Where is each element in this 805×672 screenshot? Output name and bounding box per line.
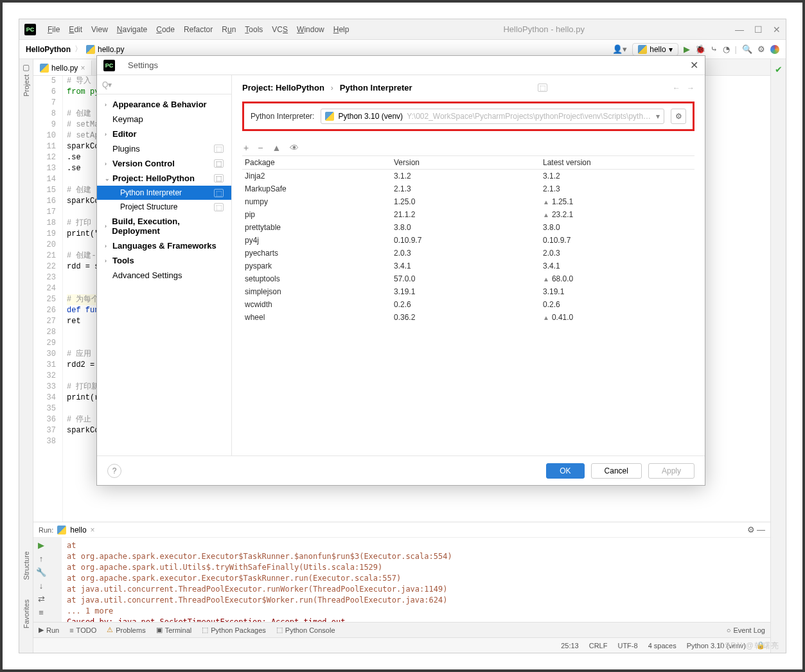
problems-tab[interactable]: ⚠ Problems xyxy=(107,626,145,634)
settings-close-icon[interactable]: ✕ xyxy=(690,59,698,71)
python-file-icon xyxy=(40,64,49,73)
menu-code[interactable]: Code xyxy=(152,24,179,35)
settings-gear-icon[interactable]: ⚙ xyxy=(757,44,765,54)
run-configuration-combo[interactable]: hello ▾ xyxy=(632,43,678,56)
nav-build[interactable]: ›Build, Execution, Deployment xyxy=(97,214,231,238)
run-tab[interactable]: ▶ Run xyxy=(39,626,59,634)
package-row[interactable]: pyspark3.4.13.4.1 xyxy=(242,260,694,272)
nav-project-structure[interactable]: Project Structure⬚ xyxy=(97,200,231,214)
profile-button[interactable]: ◔ xyxy=(723,44,730,54)
close-tab-icon[interactable]: × xyxy=(80,64,85,73)
run-settings-icon[interactable]: ⚙ xyxy=(747,525,755,535)
chevron-down-icon: ▾ xyxy=(656,112,660,121)
run-button[interactable]: ▶ xyxy=(684,44,690,54)
package-table[interactable]: Jinja23.1.23.1.2MarkupSafe2.1.32.1.3nump… xyxy=(242,170,694,324)
menu-window[interactable]: Window xyxy=(293,24,328,35)
editor-tab-hello[interactable]: hello.py × xyxy=(33,60,92,75)
close-run-tab-icon[interactable]: × xyxy=(91,526,95,535)
package-row[interactable]: pyecharts2.0.32.0.3 xyxy=(242,247,694,260)
favorites-tool[interactable]: Favorites xyxy=(22,599,30,628)
status-line-ending[interactable]: CRLF xyxy=(589,642,608,650)
package-row[interactable]: pip21.1.2▲23.2.1 xyxy=(242,208,694,221)
status-cursor-pos[interactable]: 25:13 xyxy=(561,642,579,650)
cancel-button[interactable]: Cancel xyxy=(591,463,642,479)
interpreter-label: Python Interpreter: xyxy=(251,112,314,121)
python-console-tab[interactable]: ⬚ Python Console xyxy=(276,626,335,634)
interpreter-gear-button[interactable]: ⚙ xyxy=(671,109,686,124)
rerun-icon[interactable]: ▶ xyxy=(36,540,46,550)
upgrade-package-icon[interactable]: ▲ xyxy=(272,143,281,153)
package-row[interactable]: MarkupSafe2.1.32.1.3 xyxy=(242,182,694,195)
todo-tab[interactable]: ≡ TODO xyxy=(69,626,96,634)
menu-file[interactable]: File xyxy=(44,24,64,35)
debug-button[interactable]: 🐞 xyxy=(695,44,705,54)
nav-python-interpreter[interactable]: Python Interpreter⬚ xyxy=(97,186,231,200)
wrench-icon[interactable]: 🔧 xyxy=(36,567,46,577)
breadcrumb-project[interactable]: HelloPython xyxy=(26,45,71,54)
settings-forward-icon[interactable]: → xyxy=(687,84,694,93)
settings-nav: Q▾ ›Appearance & Behavior Keymap ›Editor… xyxy=(97,75,232,455)
project-tool[interactable]: Project xyxy=(22,75,30,96)
menu-navigate[interactable]: Navigate xyxy=(113,24,151,35)
nav-vcs[interactable]: ›Version Control⬚ xyxy=(97,156,231,171)
nav-project[interactable]: ⌄Project: HelloPython⬚ xyxy=(97,171,231,186)
menu-tools[interactable]: Tools xyxy=(241,24,267,35)
filter-icon[interactable]: ≡ xyxy=(36,608,46,617)
help-button[interactable]: ? xyxy=(107,464,121,478)
nav-tools[interactable]: ›Tools xyxy=(97,253,231,268)
menu-refactor[interactable]: Refactor xyxy=(180,24,217,35)
menu-vcs[interactable]: VCS xyxy=(268,24,292,35)
nav-appearance[interactable]: ›Appearance & Behavior xyxy=(97,97,231,112)
nav-plugins[interactable]: Plugins⬚ xyxy=(97,141,231,156)
settings-title: Settings xyxy=(128,60,158,70)
python-packages-tab[interactable]: ⬚ Python Packages xyxy=(202,626,266,634)
project-tool-icon[interactable]: ▢ xyxy=(22,63,30,72)
code-with-me-icon[interactable] xyxy=(770,45,779,54)
package-row[interactable]: numpy1.25.0▲1.25.1 xyxy=(242,195,694,208)
apply-button[interactable]: Apply xyxy=(648,463,694,479)
menu-help[interactable]: Help xyxy=(330,24,353,35)
package-row[interactable]: wcwidth0.2.60.2.6 xyxy=(242,298,694,311)
menu-edit[interactable]: Edit xyxy=(65,24,86,35)
search-icon[interactable]: 🔍 xyxy=(742,44,752,54)
add-package-icon[interactable]: + xyxy=(243,143,249,153)
package-row[interactable]: py4j0.10.9.70.10.9.7 xyxy=(242,234,694,247)
menu-run[interactable]: Run xyxy=(218,24,240,35)
run-coverage-button[interactable]: ⤷ xyxy=(711,44,718,54)
status-indent[interactable]: 4 spaces xyxy=(648,642,677,650)
settings-search-input[interactable]: Q▾ xyxy=(97,75,231,94)
nav-editor[interactable]: ›Editor xyxy=(97,127,231,141)
run-panel-tab[interactable]: hello xyxy=(70,526,86,535)
package-row[interactable]: wheel0.36.2▲0.41.0 xyxy=(242,311,694,324)
settings-back-icon[interactable]: ← xyxy=(673,84,680,93)
structure-tool[interactable]: Structure xyxy=(22,551,30,580)
window-maximize[interactable]: ☐ xyxy=(754,24,763,35)
package-row[interactable]: setuptools57.0.0▲68.0.0 xyxy=(242,272,694,285)
package-row[interactable]: Jinja23.1.23.1.2 xyxy=(242,170,694,182)
interpreter-select[interactable]: Python 3.10 (venv) Y:\002_WorkSpace\Pych… xyxy=(321,109,664,124)
package-row[interactable]: prettytable3.8.03.8.0 xyxy=(242,221,694,234)
show-early-icon[interactable]: 👁 xyxy=(290,143,299,153)
up-icon[interactable]: ↑ xyxy=(36,554,46,563)
breadcrumb-file[interactable]: hello.py xyxy=(86,45,124,54)
hide-panel-icon[interactable]: — xyxy=(757,525,765,535)
nav-keymap[interactable]: Keymap xyxy=(97,112,231,127)
settings-logo: PC xyxy=(103,60,115,71)
down-icon[interactable]: ↓ xyxy=(36,581,46,590)
remove-package-icon[interactable]: − xyxy=(258,143,263,153)
window-minimize[interactable]: — xyxy=(735,24,744,35)
ok-button[interactable]: OK xyxy=(546,463,584,479)
window-close[interactable]: ✕ xyxy=(773,24,781,35)
nav-languages[interactable]: ›Languages & Frameworks xyxy=(97,238,231,253)
console-output[interactable]: at at org.apache.spark.executor.Executor… xyxy=(62,538,770,622)
toggle-icon[interactable]: ⇄ xyxy=(36,594,46,604)
terminal-tab[interactable]: ▣ Terminal xyxy=(156,626,192,634)
interpreter-row-highlight: Python Interpreter: Python 3.10 (venv) Y… xyxy=(242,102,694,131)
user-icon[interactable]: 👤▾ xyxy=(612,44,627,54)
event-log-tab[interactable]: ○ Event Log xyxy=(727,626,765,634)
menu-view[interactable]: View xyxy=(87,24,112,35)
status-encoding[interactable]: UTF-8 xyxy=(617,642,637,650)
package-row[interactable]: simplejson3.19.13.19.1 xyxy=(242,285,694,298)
nav-advanced[interactable]: Advanced Settings xyxy=(97,268,231,283)
inspection-ok-icon[interactable]: ✔ xyxy=(775,64,783,75)
